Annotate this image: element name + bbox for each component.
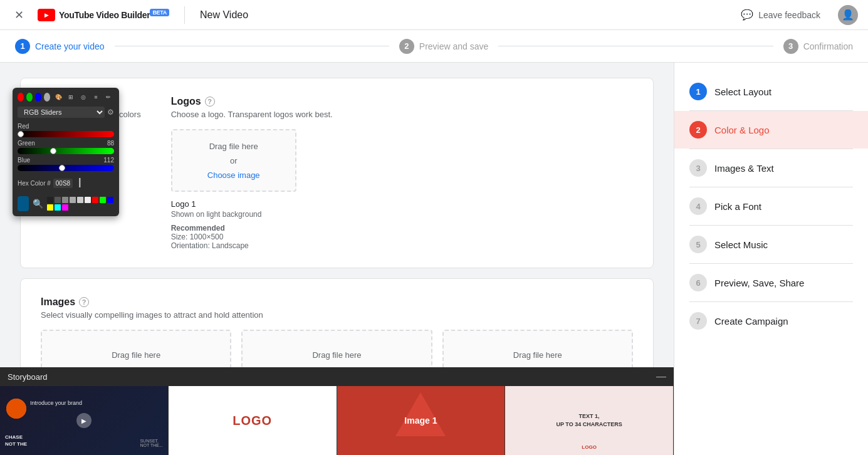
frame-0-text3: SUNSET,NOT THE... (140, 439, 162, 447)
images-info[interactable]: ? (79, 297, 89, 307)
swatch-8[interactable] (100, 197, 106, 203)
logo-drop-zone[interactable]: Drag file here or Choose image (171, 129, 296, 192)
frame-3-logo: LOGO (582, 444, 597, 450)
storyboard-frame-2[interactable]: Image 1 (337, 386, 506, 455)
popup-toolbar: 🎨 ⊞ ◎ ≡ ✏ (18, 93, 114, 102)
color-dot-green (26, 93, 33, 102)
close-button[interactable]: ✕ (10, 6, 28, 24)
swatch-5[interactable] (77, 197, 83, 203)
brand-colors-card: Brand colors ? Select your preferred col… (20, 78, 654, 268)
drop-or: or (230, 156, 238, 165)
wheel-icon[interactable]: ◎ (78, 93, 89, 102)
sidebar-step-7-num: 7 (689, 312, 707, 330)
palette-icon[interactable]: 🎨 (53, 93, 64, 102)
sidebar-item-images-text[interactable]: 3 Images & Text (674, 149, 868, 187)
images-title: Images ? (41, 296, 633, 308)
swatch-1[interactable] (47, 197, 53, 203)
storyboard: Storyboard — Introduce your brand ▶ CHAS… (0, 367, 674, 455)
logo-desc: Shown on light background (171, 210, 633, 219)
frame-0-avatar (6, 399, 26, 419)
logo-frame-text: LOGO (233, 414, 272, 428)
red-slider[interactable] (18, 131, 114, 137)
swatch-2[interactable] (55, 197, 61, 203)
grid-icon[interactable]: ⊞ (65, 93, 76, 102)
blue-thumb (59, 165, 65, 171)
minimize-button[interactable]: — (656, 371, 666, 382)
avatar[interactable]: 👤 (838, 5, 858, 25)
swatch-4[interactable] (70, 197, 76, 203)
step-1-number: 1 (15, 39, 30, 54)
swatch-11[interactable] (55, 204, 61, 211)
sidebar-item-color-logo[interactable]: 2 Color & Logo (674, 111, 868, 149)
swatch-3[interactable] (62, 197, 68, 203)
blue-slider-row: Blue 112 (18, 157, 114, 171)
green-slider[interactable] (18, 148, 114, 154)
logos-subtitle: Choose a logo. Transparent logos work be… (171, 110, 633, 119)
header-divider (184, 6, 185, 24)
step-2[interactable]: 2 Preview and save (399, 39, 489, 54)
right-sidebar: 1 Select Layout 2 Color & Logo 3 Images … (674, 63, 868, 455)
red-label: Red (18, 123, 29, 130)
green-slider-row: Green 88 (18, 140, 114, 154)
green-label: Green (18, 140, 35, 147)
frame-0-intro-text: Introduce your brand (30, 400, 82, 406)
beta-badge: BETA (150, 9, 169, 16)
red-thumb (18, 131, 24, 137)
rgb-mode-select[interactable]: RGB Sliders (18, 107, 105, 118)
sidebar-item-select-music[interactable]: 5 Select Music (674, 226, 868, 263)
eyedropper-icon[interactable]: 🔍 (33, 199, 43, 209)
pencil2-icon[interactable]: ✏ (103, 93, 114, 102)
sidebar-item-7-label: Create Campaign (714, 316, 788, 327)
storyboard-header: Storyboard — (0, 367, 674, 386)
storyboard-frame-0[interactable]: Introduce your brand ▶ CHASENOT THE SUNS… (0, 386, 169, 455)
play-button-icon[interactable]: ▶ (76, 413, 92, 428)
storyboard-frame-3[interactable]: TEXT 1,UP TO 34 CHARACTERS LOGO (505, 386, 674, 455)
blue-value: 112 (103, 157, 114, 164)
sidebar-item-1-label: Select Layout (714, 86, 771, 97)
feedback-button[interactable]: 💬 Leave feedback (733, 5, 828, 24)
youtube-logo (38, 9, 55, 21)
slider-icon[interactable]: ≡ (90, 93, 102, 102)
sidebar-item-pick-font[interactable]: 4 Pick a Font (674, 187, 868, 225)
brand-name: YouTube Video BuilderBETA (59, 9, 169, 20)
swatch-7[interactable] (92, 197, 98, 203)
swatch-10[interactable] (47, 204, 53, 211)
feedback-label: Leave feedback (758, 10, 820, 20)
hex-label: Hex Color # (18, 180, 51, 187)
hex-row: Hex Color # 00S8 I (18, 175, 114, 191)
swatch-12[interactable] (62, 204, 68, 211)
choose-image-link[interactable]: Choose image (207, 170, 260, 180)
sidebar-item-3-label: Images & Text (714, 163, 774, 174)
sidebar-step-6-num: 6 (689, 274, 707, 291)
text-frame-label: TEXT 1,UP TO 34 CHARACTERS (557, 412, 622, 428)
blue-slider[interactable] (18, 165, 114, 171)
brand-logo: YouTube Video BuilderBETA (38, 9, 169, 21)
app-header: ✕ YouTube Video BuilderBETA New Video 💬 … (0, 0, 868, 30)
image-frame-text: Image 1 (404, 416, 437, 426)
storyboard-frame-1[interactable]: LOGO (169, 386, 337, 455)
swatch-9[interactable] (107, 197, 113, 203)
sidebar-item-create-campaign[interactable]: 7 Create Campaign (674, 302, 868, 340)
drop-text: Drag file here (209, 142, 258, 151)
color-popup: 🎨 ⊞ ◎ ≡ ✏ RGB Sliders (13, 88, 119, 216)
frame-2-triangle (395, 392, 446, 436)
sidebar-item-preview-save[interactable]: 6 Preview, Save, Share (674, 264, 868, 301)
red-slider-row: Red (18, 123, 114, 137)
color-dot-red (18, 93, 24, 102)
gear-icon[interactable]: ⚙ (107, 108, 114, 117)
step-1[interactable]: 1 Create your video (15, 39, 105, 54)
logo-name: Logo 1 (171, 199, 633, 209)
storyboard-frames: Introduce your brand ▶ CHASENOT THE SUNS… (0, 386, 674, 455)
step-3-number: 3 (783, 39, 798, 54)
logo-size: Size: 1000×500 (171, 233, 224, 241)
swatch-6[interactable] (85, 197, 91, 203)
step-3[interactable]: 3 Confirmation (783, 39, 853, 54)
stepper: 1 Create your video 2 Preview and save 3… (0, 30, 868, 63)
step-connector-2 (498, 46, 773, 46)
frame-3-inner: TEXT 1,UP TO 34 CHARACTERS LOGO (505, 386, 673, 455)
brand-logos-row: Brand colors ? Select your preferred col… (41, 96, 633, 250)
logos-info[interactable]: ? (205, 97, 215, 107)
sidebar-item-2-label: Color & Logo (714, 125, 770, 135)
sidebar-item-select-layout[interactable]: 1 Select Layout (674, 73, 868, 110)
step-1-label: Create your video (35, 41, 105, 51)
